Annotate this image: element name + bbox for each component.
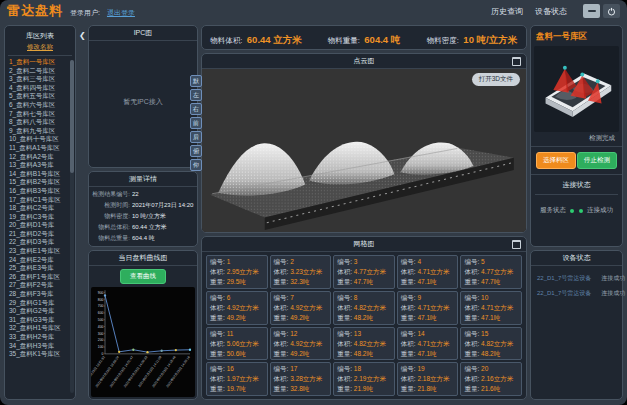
rename-area-link[interactable]: 修改名称 <box>8 43 72 56</box>
area-list-item[interactable]: 19_盘料C3号库 <box>9 213 73 222</box>
area-list-item[interactable]: 11_盘料A1号库区 <box>9 144 73 153</box>
area-list-item[interactable]: 4_盘料四号库区 <box>9 84 73 93</box>
grid-cell[interactable]: 编号: 17体积: 3.28立方米重量: 32.8吨 <box>270 362 332 396</box>
grid-cell-label: 体积: <box>210 304 227 311</box>
device-row: 22_D1_7号雷达设备连接成功 <box>535 286 618 301</box>
daily-curve-title: 当日盘料曲线图 <box>89 251 197 266</box>
grid-cell[interactable]: 编号: 7体积: 4.92立方米重量: 49.2吨 <box>270 291 332 325</box>
area-list-item[interactable]: 8_盘料八号库区 <box>9 118 73 127</box>
grid-cell[interactable]: 编号: 2体积: 3.23立方米重量: 32.3吨 <box>270 255 332 289</box>
area-list-scrollbar[interactable] <box>70 60 74 393</box>
area-list-item[interactable]: 34_盘料H3号库 <box>9 342 73 351</box>
grid-cell-line: 编号: 10 <box>464 293 518 303</box>
area-list-item[interactable]: 9_盘料九号库区 <box>9 127 73 136</box>
collapse-sidebar-arrow[interactable]: ❮ <box>79 25 85 400</box>
grid-cell[interactable]: 编号: 10体积: 4.71立方米重量: 47.1吨 <box>460 291 522 325</box>
minimize-button[interactable] <box>583 4 600 18</box>
area-list-item[interactable]: 21_盘料D2号库 <box>9 230 73 239</box>
area-list-item[interactable]: 18_盘料C2号库 <box>9 204 73 213</box>
view-button[interactable]: 仰 <box>190 159 202 171</box>
grid-cell[interactable]: 编号: 15体积: 4.82立方米重量: 48.2吨 <box>460 327 522 361</box>
grid-cell[interactable]: 编号: 14体积: 4.71立方米重量: 47.1吨 <box>397 327 459 361</box>
grid-cell[interactable]: 编号: 11体积: 5.06立方米重量: 50.6吨 <box>206 327 268 361</box>
area-list-item[interactable]: 17_盘料C1号库区 <box>9 196 73 205</box>
grid-cell[interactable]: 编号: 4体积: 4.71立方米重量: 47.1吨 <box>397 255 459 289</box>
power-button[interactable] <box>603 4 620 18</box>
area-list-item[interactable]: 26_盘料F1号库区 <box>9 273 73 282</box>
grid-cell[interactable]: 编号: 16体积: 1.97立方米重量: 19.7吨 <box>206 362 268 396</box>
area-list-item[interactable]: 14_盘料B1号库区 <box>9 170 73 179</box>
device-status-button[interactable]: 设备状态 <box>535 6 567 17</box>
grid-cell[interactable]: 编号: 1体积: 2.95立方米重量: 29.5吨 <box>206 255 268 289</box>
area-list-item[interactable]: 5_盘料五号库区 <box>9 92 73 101</box>
svg-text:900: 900 <box>98 291 104 295</box>
area-list-item[interactable]: 20_盘料D1号库 <box>9 221 73 230</box>
pointcloud-canvas[interactable]: 打开3D文件 <box>202 69 526 232</box>
grid-cell-label: 编号: <box>274 330 291 337</box>
grid-cell-value: 4.82立方米 <box>354 304 386 311</box>
select-area-button[interactable]: 选择料区 <box>536 152 576 169</box>
area-list-item[interactable]: 1_盘料一号库区 <box>9 58 73 67</box>
grid-cell-value: 3.28立方米 <box>290 375 322 382</box>
area-list-item[interactable]: 25_盘料E3号库 <box>9 264 73 273</box>
open-3d-file-button[interactable]: 打开3D文件 <box>472 73 520 86</box>
device-name: 22_D1_7号雷达设备 <box>537 274 591 283</box>
grid-maximize-icon[interactable] <box>512 240 521 249</box>
area-list-item[interactable]: 2_盘料二号库区 <box>9 67 73 76</box>
grid-cell-label: 体积: <box>337 375 354 382</box>
grid-cell[interactable]: 编号: 13体积: 4.82立方米重量: 48.2吨 <box>333 327 395 361</box>
grid-cell[interactable]: 编号: 3体积: 4.77立方米重量: 47.7吨 <box>333 255 395 289</box>
area-list-item[interactable]: 28_盘料F3号库 <box>9 290 73 299</box>
grid-cell-line: 体积: 2.95立方米 <box>210 267 264 277</box>
grid-cell-label: 重量: <box>337 314 354 321</box>
grid-cell[interactable]: 编号: 19体积: 2.18立方米重量: 21.8吨 <box>397 362 459 396</box>
area-list-item[interactable]: 29_盘料G1号库 <box>9 299 73 308</box>
stat-density: 物料密度: 10 吨/立方米 <box>418 29 526 47</box>
view-button[interactable]: 后 <box>190 131 202 143</box>
grid-cell-label: 重量: <box>464 278 481 285</box>
area-list-item[interactable]: 31_盘料G3号库 <box>9 316 73 325</box>
area-list-item[interactable]: 24_盘料E2号库 <box>9 256 73 265</box>
grid-cell[interactable]: 编号: 20体积: 2.16立方米重量: 21.6吨 <box>460 362 522 396</box>
area-list-item[interactable]: 16_盘料B3号库区 <box>9 187 73 196</box>
area-list-item[interactable]: 3_盘料三号库区 <box>9 75 73 84</box>
view-button[interactable]: 前 <box>190 117 202 129</box>
area-list-item[interactable]: 23_盘料E1号库区 <box>9 247 73 256</box>
grid-cell-value: 47.1吨 <box>417 278 436 285</box>
area-list-item[interactable]: 32_盘料H1号库区 <box>9 324 73 333</box>
area-list-item[interactable]: 22_盘料D3号库 <box>9 238 73 247</box>
grid-panel: 网格图 编号: 1体积: 2.95立方米重量: 29.5吨编号: 2体积: 3.… <box>201 236 527 400</box>
area-list-item[interactable]: 27_盘料F2号库 <box>9 281 73 290</box>
logout-link[interactable]: 退出登录 <box>107 8 135 18</box>
area-list-item[interactable]: 13_盘料A3号库 <box>9 161 73 170</box>
area-list-item[interactable]: 6_盘料六号库区 <box>9 101 73 110</box>
area-list-item[interactable]: 33_盘料H2号库 <box>9 333 73 342</box>
area-list-item[interactable]: 35_盘料K1号库区 <box>9 350 73 359</box>
grid-cell[interactable]: 编号: 6体积: 4.92立方米重量: 49.2吨 <box>206 291 268 325</box>
grid-cell-label: 体积: <box>210 340 227 347</box>
area-list-item[interactable]: 30_盘料G2号库 <box>9 307 73 316</box>
stop-detect-button[interactable]: 停止检测 <box>577 152 617 169</box>
grid-cell[interactable]: 编号: 9体积: 4.71立方米重量: 47.1吨 <box>397 291 459 325</box>
view-button[interactable]: 左 <box>190 89 202 101</box>
maximize-icon[interactable] <box>512 57 521 66</box>
view-button[interactable]: 默 <box>190 75 202 87</box>
grid-cell-value: 29.5吨 <box>227 278 246 285</box>
grid-cell-value: 49.2吨 <box>227 314 246 321</box>
view-button[interactable]: 俯 <box>190 145 202 157</box>
grid-cell[interactable]: 编号: 8体积: 4.82立方米重量: 48.2吨 <box>333 291 395 325</box>
grid-cell-value: 32.8吨 <box>290 385 309 392</box>
view-button[interactable]: 右 <box>190 103 202 115</box>
svg-text:800: 800 <box>98 297 104 301</box>
area-list-item[interactable]: 15_盘料B2号库区 <box>9 178 73 187</box>
grid-cell[interactable]: 编号: 5体积: 4.77立方米重量: 47.7吨 <box>460 255 522 289</box>
history-query-button[interactable]: 历史查询 <box>491 6 523 17</box>
area-list-item[interactable]: 7_盘料七号库区 <box>9 110 73 119</box>
area-list-item[interactable]: 10_盘料十号库区 <box>9 135 73 144</box>
view-curve-button[interactable]: 查看曲线 <box>120 269 166 284</box>
grid-cell-line: 重量: 50.6吨 <box>210 349 264 359</box>
grid-cell[interactable]: 编号: 12体积: 4.92立方米重量: 49.2吨 <box>270 327 332 361</box>
grid-cell[interactable]: 编号: 18体积: 2.19立方米重量: 21.9吨 <box>333 362 395 396</box>
grid-cell-value: 7 <box>290 294 294 301</box>
area-list-item[interactable]: 12_盘料A2号库 <box>9 153 73 162</box>
